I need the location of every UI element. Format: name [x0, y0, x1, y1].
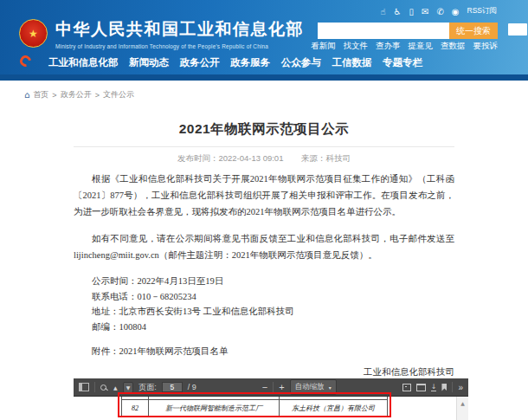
mail-icon[interactable]: ✉	[422, 7, 428, 16]
nav-item-services[interactable]: 政务服务	[230, 56, 270, 69]
scroll-up-icon[interactable]: ▲	[457, 400, 468, 406]
article-source: 来源：科技司	[301, 153, 351, 163]
pdf-viewer: ▲ ▼ 页面: / 9 − + 自动缩放 ▾ ↓ »	[74, 378, 468, 420]
next-page-icon[interactable]: ▼	[123, 382, 134, 393]
main-nav: 工业和信息化部 新闻动态 政务公开 政务服务 公众参与 工信数据 专题专栏	[0, 50, 528, 74]
chevron-down-icon: ▾	[329, 384, 332, 391]
nav-item-participation[interactable]: 公众参与	[281, 56, 321, 69]
title-divider	[74, 146, 454, 147]
nav-item-news[interactable]: 新闻动态	[129, 56, 169, 69]
article-meta: 发布时间：2022-04-13 09:01 来源：科技司	[0, 153, 528, 165]
page-label: 页面:	[138, 382, 157, 393]
article-body: 根据《工业和信息化部科技司关于开展2021年物联网示范项目征集工作的通知》（工科…	[74, 171, 454, 394]
more-tools-icon[interactable]: »	[458, 383, 463, 392]
download-icon[interactable]: ↓	[431, 384, 437, 391]
contact-block: 公示时间：2022年4月13日至19日 联系电话：010－68205234 地址…	[74, 274, 454, 334]
home-icon: ⌂	[24, 90, 29, 100]
page-number-input[interactable]	[162, 382, 183, 392]
page-title: 2021年物联网示范项目公示	[0, 120, 528, 139]
breadcrumb-sep: >	[52, 91, 56, 100]
paragraph-1: 根据《工业和信息化部科技司关于开展2021年物联网示范项目征集工作的通知》（工科…	[74, 171, 454, 220]
nav-item-disclosure[interactable]: 政务公开	[180, 56, 220, 69]
site-header: ★ 中华人民共和国工业和信息化部 Ministry of Industry an…	[0, 0, 528, 81]
site-banner: ★ 中华人民共和国工业和信息化部 Ministry of Industry an…	[0, 0, 528, 50]
nav-underline	[0, 74, 528, 81]
previous-page-icon[interactable]: ▲	[113, 384, 118, 391]
breadcrumb-sep: >	[95, 91, 100, 100]
rss-link[interactable]: RSS订阅	[467, 6, 497, 16]
site-title: 中华人民共和国工业和信息化部	[55, 18, 304, 41]
toolbar-divider	[94, 382, 95, 392]
presentation-mode-icon[interactable]	[402, 384, 411, 391]
nav-item-data[interactable]: 工信数据	[332, 56, 371, 69]
accessibility-hand-icon[interactable]: ☝	[380, 7, 385, 16]
search-button[interactable]: 统一搜索	[449, 23, 498, 39]
national-emblem-icon: ★	[19, 19, 48, 48]
mobile-icon[interactable]: ▯	[409, 7, 414, 16]
weibo-icon[interactable]: ◉	[452, 7, 460, 16]
search-icon[interactable]	[100, 384, 106, 391]
print-icon[interactable]	[416, 384, 426, 391]
emblem-star-icon: ★	[29, 29, 38, 39]
publicity-period: 公示时间：2022年4月13日至19日	[74, 274, 454, 289]
bookmark-icon[interactable]	[441, 384, 447, 391]
zoom-out-icon[interactable]: −	[262, 383, 267, 392]
breadcrumb-current[interactable]: 文件公示	[103, 89, 134, 100]
page: ★ 中华人民共和国工业和信息化部 Ministry of Industry an…	[0, 0, 528, 420]
signer: 工业和信息化部科技司	[74, 365, 454, 379]
nav-item-miit[interactable]: 工业和信息化部	[48, 56, 119, 69]
wechat-icon[interactable]: ✆	[436, 7, 443, 16]
breadcrumb-home[interactable]: 首页	[33, 89, 48, 100]
site-titles: 中华人民共和国工业和信息化部 Ministry of Industry and …	[55, 18, 304, 49]
toolbar-divider	[452, 382, 453, 392]
contact-phone: 联系电话：010－68205234	[74, 289, 454, 305]
postal-code: 邮编：100804	[74, 320, 454, 335]
zoom-in-icon[interactable]: +	[279, 383, 284, 392]
pdf-scrollbar[interactable]: ▲	[456, 397, 468, 420]
breadcrumb: ⌂ 首页 > 政务公开 > 文件公示	[24, 89, 134, 100]
contact-address: 地址：北京市西长安街13号 工业和信息化部科技司	[74, 304, 454, 320]
page-total: / 9	[188, 383, 196, 391]
utility-icon-row: ☝ ♿ ▯ ✉ ✆ ◉ RSS订阅	[380, 6, 497, 16]
search-input[interactable]	[318, 23, 449, 39]
sidebar-toggle-icon[interactable]	[79, 383, 89, 391]
breadcrumb-disclosure[interactable]: 政务公开	[61, 89, 92, 100]
search-bar: 统一搜索	[318, 23, 498, 39]
site-subtitle: Ministry of Industry and Information Tec…	[55, 43, 304, 49]
red-highlight-annotation	[118, 392, 391, 417]
top-right-widget[interactable]	[508, 23, 527, 36]
toolbar-divider	[273, 382, 274, 392]
publish-time: 发布时间：2022-04-13 09:01	[177, 153, 284, 163]
miit-logo-icon	[17, 53, 33, 68]
attachment-line: 附件：2021年物联网示范项目名单	[74, 343, 454, 359]
wheelchair-icon[interactable]: ♿	[394, 7, 402, 16]
paragraph-2: 如有不同意见，请在公示期间将意见书面反馈至工业和信息化部科技司，电子邮件发送至l…	[74, 230, 454, 263]
nav-item-special[interactable]: 专题专栏	[383, 56, 422, 69]
zoom-select-value: 自动缩放	[295, 382, 325, 392]
